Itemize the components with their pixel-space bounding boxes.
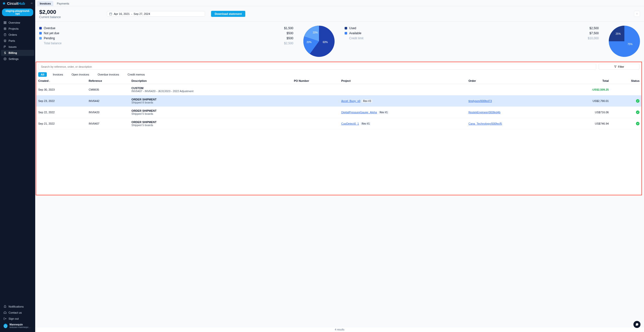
legend-value: $2,500 [589, 26, 599, 30]
order-link[interactable]: Cana_Technology/000fecf5 [468, 122, 502, 125]
sidebar-item-settings[interactable]: Settings [1, 56, 34, 62]
cell-project: Accel_Buoy_v0Rev #3 [339, 95, 466, 107]
cell-status [611, 95, 641, 107]
cell-reference: CM8835 [87, 84, 129, 95]
cell-order: timdyson/000fed73 [466, 95, 559, 107]
filter-label: Filter [618, 65, 624, 68]
cell-po [292, 118, 339, 129]
sort-desc-icon: ↓ [49, 80, 50, 82]
col-reference[interactable]: Reference [87, 78, 129, 84]
credit-pie-chart: 25% 75% [609, 26, 640, 57]
search-input[interactable] [38, 64, 596, 70]
sidebar-item-orders[interactable]: Orders [1, 32, 34, 38]
filter-tab-credit[interactable]: Credit memos [125, 72, 147, 77]
project-link[interactable]: Accel_Buoy_v0 [341, 99, 360, 102]
cell-reference: INV6442 [87, 95, 129, 107]
legend-label: Pending [44, 36, 55, 40]
balance-block: $2,000 Current balance [39, 9, 61, 19]
invoices-table-region: Filter All Invoices Open invoices Overdu… [36, 62, 642, 195]
calendar-icon [109, 12, 112, 15]
project-link[interactable]: DigitalPressureGauge_Alpha [341, 111, 377, 114]
tab-payments[interactable]: Payments [54, 1, 72, 6]
sidebar-item-overview[interactable]: Overview [1, 20, 34, 26]
sidebar-item-projects[interactable]: Projects [1, 26, 34, 32]
cell-reference: INV6420 [87, 107, 129, 118]
dollar-icon [4, 51, 7, 54]
tab-invoices[interactable]: Invoices [37, 1, 53, 6]
filter-tab-open[interactable]: Open invoices [69, 72, 92, 77]
cell-status [611, 107, 641, 118]
cell-status [611, 84, 641, 95]
legend-label: Not yet due [44, 31, 59, 35]
sidebar-item-signout[interactable]: Sign out [1, 316, 34, 322]
table-row[interactable]: Sep 21, 2022 INV6407 ORDER SHIPMENTShipp… [36, 118, 641, 129]
sidebar-item-issues[interactable]: Issues [1, 44, 34, 50]
table-row[interactable]: Sep 22, 2022 INV6420 ORDER SHIPMENTShipp… [36, 107, 641, 118]
table-row[interactable]: Sep 23, 2022 INV6442 ORDER SHIPMENTShipp… [36, 95, 641, 107]
order-link[interactable]: RestekEngineer/000fed4b [468, 111, 500, 114]
cell-order: RestekEngineer/000fed4b [466, 107, 559, 118]
filter-tabs: All Invoices Open invoices Overdue invoi… [36, 71, 641, 78]
col-status[interactable]: Status [611, 78, 641, 84]
sidebar-item-label: Contact us [9, 311, 22, 314]
pie-slice-label: 75% [627, 43, 632, 46]
chevron-down-icon [636, 13, 638, 15]
cell-created: Sep 21, 2022 [36, 118, 87, 129]
collapse-sidebar-icon[interactable] [30, 2, 33, 5]
filter-tab-invoices[interactable]: Invoices [50, 72, 65, 77]
filter-icon [614, 65, 617, 68]
sidebar-item-label: Issues [9, 45, 17, 48]
table-row[interactable]: Sep 30, 2023 CM8835 CUSTOMINV6407 - INV6… [36, 84, 641, 95]
filter-tab-all[interactable]: All [38, 72, 47, 77]
rev-pill: Rev #1 [378, 111, 389, 114]
balance-label: Current balance [39, 15, 61, 19]
svg-point-7 [5, 59, 6, 59]
order-link[interactable]: timdyson/000fed73 [468, 99, 492, 102]
credit-legend: Used$2,500 Available$7,500 Credit limit$… [345, 26, 599, 41]
summary-row: $2,000 Current balance Apr 16, 2021 - Se… [35, 6, 644, 22]
headset-icon [4, 311, 7, 314]
col-total[interactable]: Total [559, 78, 611, 84]
balance-legend: Overdue$1,500 Not yet due$500 Pending$50… [39, 26, 293, 46]
logo[interactable]: CircuitHub [2, 2, 25, 6]
env-badge[interactable]: staging-playground-ops [2, 9, 33, 16]
cell-created: Sep 22, 2022 [36, 107, 87, 118]
col-project[interactable]: Project [339, 78, 466, 84]
cell-created: Sep 23, 2022 [36, 95, 87, 107]
col-created[interactable]: Created↓ [36, 78, 87, 84]
sidebar-item-contact[interactable]: Contact us [1, 310, 34, 316]
download-statement-button[interactable]: Download statement [211, 11, 245, 17]
date-range-picker[interactable]: Apr 16, 2021 - Sep 27, 2024 [107, 11, 205, 17]
svg-rect-6 [4, 34, 6, 36]
cell-description: ORDER SHIPMENTShipped 5 boards [130, 107, 292, 118]
project-link[interactable]: CupDetect0_1 [341, 122, 359, 125]
balance-pie-chart: 20% 20% 60% [303, 26, 335, 57]
filter-button[interactable]: Filter [599, 64, 639, 70]
help-fab[interactable] [633, 321, 640, 328]
legend-value: $1,500 [284, 26, 293, 30]
cell-description: CUSTOMINV6407 - INV6420 - JE313323 - 202… [130, 84, 292, 95]
svg-rect-3 [5, 23, 6, 24]
expand-button[interactable] [634, 11, 640, 17]
sidebar: CircuitHub staging-playground-ops Overvi… [0, 0, 35, 332]
swatch [345, 32, 347, 34]
legend-value: $10,000 [588, 36, 599, 40]
sidebar-item-billing[interactable]: Billing [1, 50, 34, 56]
col-description[interactable]: Description [130, 78, 292, 84]
user-block[interactable]: Mannequin testuser-mannequin@circ... [1, 322, 34, 330]
sidebar-item-notifications[interactable]: Notifications [1, 304, 34, 310]
col-order[interactable]: Order [466, 78, 559, 84]
sidebar-item-parts[interactable]: Parts [1, 38, 34, 44]
pie-slice-label: 20% [306, 41, 311, 44]
cell-project: CupDetect0_1Rev #1 [339, 118, 466, 129]
pie-slice-label: 60% [323, 41, 328, 44]
cell-total: -US$2,509.25 [559, 84, 611, 95]
swatch [39, 32, 42, 34]
sidebar-item-label: Overview [9, 21, 20, 24]
rev-pill: Rev #3 [362, 99, 372, 103]
balance-amount: $2,000 [39, 9, 61, 15]
col-po[interactable]: PO Number [292, 78, 339, 84]
filter-tab-overdue[interactable]: Overdue invoices [95, 72, 122, 77]
cell-po [292, 95, 339, 107]
avatar [4, 324, 8, 328]
